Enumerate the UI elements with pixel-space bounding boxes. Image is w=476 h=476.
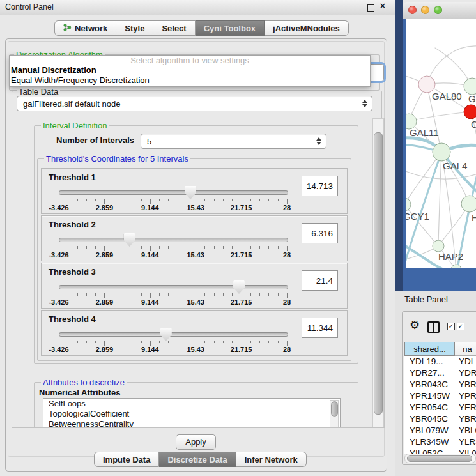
slider-tick (259, 199, 260, 201)
checkbox-icon[interactable]: ✓ (447, 323, 455, 330)
attribute-item[interactable]: SelfLoops (43, 399, 340, 409)
network-node-red-node[interactable] (464, 105, 476, 119)
slider-tick (278, 341, 279, 343)
network-canvas[interactable]: GAL80GACGAL11GAL4GCY1HHAP2 (406, 19, 476, 268)
settings-scroll-viewport: Interval Definition Number of Intervals … (12, 118, 385, 428)
slider-tick (268, 246, 269, 249)
slider-tick (287, 341, 288, 346)
settings-scrollbar[interactable] (372, 118, 384, 427)
table-row[interactable]: YLR345WYLR3 (404, 437, 476, 449)
slider-tick (268, 199, 269, 201)
top-tab-bar: NetworkStyleSelectCyni ToolboxjActiveMNo… (54, 20, 349, 36)
slider-tick (242, 199, 242, 204)
slider-tick (187, 246, 187, 249)
table-row[interactable]: YIL052CYIL0 (404, 449, 476, 454)
slider-tick (95, 341, 96, 343)
tab-style[interactable]: Style (116, 20, 153, 36)
slider-tick (59, 246, 59, 251)
close-traffic-light[interactable] (408, 6, 417, 14)
slider-track[interactable] (59, 285, 288, 289)
slider-tick (178, 293, 178, 296)
slider-tick (187, 293, 187, 296)
settings-scroll-thumb[interactable] (374, 132, 383, 415)
threshold-value-field[interactable]: 11.344 (302, 318, 338, 338)
zoom-traffic-light[interactable] (434, 6, 442, 14)
num-intervals-combobox[interactable]: 5 (141, 134, 326, 149)
node-table: shared...naYDL19...YDL1YDR27...YDR2YBR04… (404, 342, 476, 454)
table-row[interactable]: YBR045CYBR0 (404, 414, 476, 426)
tab-cyni-toolbox[interactable]: Cyni Toolbox (196, 20, 265, 36)
axis-tick-label: 2.859 (96, 298, 114, 306)
apply-button[interactable]: Apply (176, 434, 216, 450)
attribute-item[interactable]: TopologicalCoefficient (43, 409, 340, 419)
slider-tick (86, 341, 87, 343)
slider-tick (242, 341, 242, 346)
algorithm-option[interactable]: Equal Width/Frequency Discretization (10, 75, 370, 86)
slider-handle[interactable] (124, 233, 135, 247)
slider-tick (287, 246, 288, 251)
float-window-icon[interactable] (367, 4, 374, 12)
tab-discretize-data[interactable]: Discretize Data (159, 452, 236, 467)
slider-handle[interactable] (185, 186, 196, 199)
minimize-traffic-light[interactable] (421, 6, 429, 14)
split-columns-icon[interactable] (427, 321, 440, 333)
slider-handle[interactable] (160, 328, 172, 341)
slider-handle[interactable] (233, 280, 245, 294)
checkbox-icon[interactable]: ✓ (457, 323, 464, 330)
attributes-list-scrollbar[interactable] (330, 400, 339, 428)
slider-track[interactable] (59, 238, 288, 242)
slider-tick (114, 341, 114, 343)
slider-tick (77, 246, 78, 249)
close-icon[interactable]: ✕ (379, 3, 387, 10)
axis-tick-label: 2.859 (96, 251, 114, 259)
slider-tick (86, 246, 87, 249)
threshold-value-field[interactable]: 14.713 (302, 176, 338, 196)
tab-network[interactable]: Network (54, 20, 116, 36)
network-node-GAL-top-right[interactable] (464, 78, 476, 95)
tab-select[interactable]: Select (153, 20, 195, 36)
slider-tick (178, 341, 178, 343)
slider-tick (59, 199, 59, 204)
threshold-value-field[interactable]: 21.4 (302, 270, 338, 291)
slider-tick (114, 199, 114, 201)
slider-tick (68, 341, 68, 343)
column-header-2[interactable]: na (455, 342, 476, 356)
threshold-value-field[interactable]: 6.316 (302, 223, 338, 243)
slider-tick (77, 341, 78, 343)
network-node-GCY1[interactable] (406, 198, 411, 211)
network-node-HAP2[interactable] (433, 240, 444, 252)
slider-tick (278, 246, 279, 249)
algorithm-option[interactable]: Manual Discretization (10, 65, 370, 75)
slider-tick (159, 199, 160, 201)
table-data-combobox[interactable]: galFiltered.sif default node (17, 96, 372, 111)
attributes-list[interactable]: SelfLoopsTopologicalCoefficientBetweenne… (43, 398, 341, 428)
axis-tick-label: 28 (283, 204, 291, 211)
tab-impute-data[interactable]: Impute Data (94, 452, 159, 467)
slider-tick (104, 199, 105, 204)
tab-label: Style (125, 24, 144, 33)
network-node-GAL4[interactable] (433, 143, 450, 161)
slider-tick (223, 199, 224, 201)
table-hscroll-thumb[interactable] (407, 455, 472, 462)
gear-icon[interactable]: ⚙ (410, 319, 420, 331)
axis-tick-label: 2.859 (96, 346, 114, 353)
slider-track[interactable] (59, 332, 288, 337)
cell-name: YBR0 (459, 414, 476, 424)
network-node-H-node[interactable] (461, 196, 476, 212)
tab-jactivemnodules[interactable]: jActiveMNodules (265, 20, 349, 36)
attributes-group-title: Attributes to discretize (41, 378, 127, 387)
axis-tick-label: -3.426 (49, 204, 68, 211)
slider-track[interactable] (59, 190, 288, 195)
network-window-titlebar[interactable] (403, 2, 476, 19)
table-row[interactable]: YER054CYER0 (404, 403, 476, 414)
table-row[interactable]: YDL19...YDL1 (404, 357, 476, 368)
attributes-list-scroll-thumb[interactable] (331, 401, 338, 417)
table-row[interactable]: YBL079WYBL0 (404, 426, 476, 437)
column-header-1[interactable]: shared... (404, 342, 455, 356)
table-row[interactable]: YDR27...YDR2 (404, 368, 476, 380)
tab-infer-network[interactable]: Infer Network (236, 452, 307, 467)
slider-tick (242, 293, 242, 298)
table-row[interactable]: YBR043CYBR0 (404, 380, 476, 391)
table-row[interactable]: YPR145WYPR1 (404, 391, 476, 403)
attribute-item[interactable]: BetweennessCentrality (43, 419, 340, 428)
